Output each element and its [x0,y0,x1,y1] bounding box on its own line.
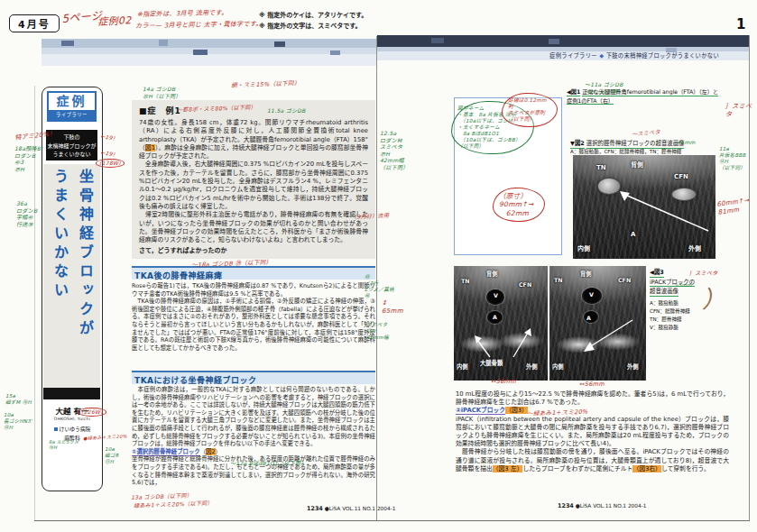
decorative-band-left [42,39,376,66]
figure1-caption-line: 症例1のFTA（右） [567,97,614,105]
figure1-caption-lead: ◀図1 [567,88,580,96]
affiliation-bullet-icon [54,427,58,431]
author-romanized: OHKOSHI, Yuichi [42,417,102,421]
proof-annotation: 〜5mm [675,139,696,146]
scanned-proof-spread: 4月号 ※ 指定外のケイは、アタリケイです。 ※ 指定外の文字は、スミベタです。… [0,0,757,532]
proof-annotation: （原寸） 90mm↑→ 62mm [493,188,545,222]
right-page-body: 10 mL程度の投与により15～22.5 %で腓骨神経麻痺を認めた。筆者ら5)は… [456,390,729,473]
running-head-series: 症例ライブラリー [549,52,597,59]
proof-annotation: ｝スミベタ [725,103,757,119]
proof-annotation: ↕ 65mm [382,299,403,316]
vertical-title-col: 坐骨神経ブロックが [72,169,97,385]
proof-annotation: 36a ロダンB 字幅㊺ 行送㊱ [16,200,37,227]
section-body: Roseらの報告1)では，TKA後の腓骨神経麻痺は0.87 %であり，Knuts… [132,282,375,352]
proof-annotation: ↔56mm [491,378,516,385]
sidebar-divider-bar [43,388,100,399]
proof-annotation: 5ページ [61,9,103,26]
band-chip [193,50,208,55]
body-paragraph: 本症例の麻酔法は，一般的なTKAに対する麻酔としては何ら問題のないものである。し… [132,386,375,448]
pointer-arrow [549,266,646,381]
proof-annotation: カラー— 3月号と同じ 太字・異体字です。 [135,21,263,31]
proof-annotation: 60mm↑→ 81mm [716,197,751,216]
proof-annotation: ※指定外は、3月号 流用です。 [137,9,227,18]
figure2-legend: A：膝窩動脈，CFN：総腓骨神経，TN：脛骨神経 [570,148,724,155]
proof-annotation: 8a ルビ5ツメ ⑲H [49,439,78,451]
body-paragraph: 脛骨神経から分岐した枝は膝窩動脈の傍を通り，膝後面へ至る。iPACKブロックでは… [456,448,729,473]
proof-annotation: ｝スミベタ [689,270,718,277]
page-footer-left: 1234 ●LiSA VOL.11 NO.1 2004-1 [307,505,395,512]
band-chip [549,39,559,44]
section-body: 本症例の麻酔法は，一般的なTKAに対する麻酔としては何ら問題のないものである。し… [132,386,375,487]
printed-note-line: ※ 指定外のケイは、アタリケイです。 [259,11,367,22]
proof-annotation: 10a 細ゴR ⑬H [105,446,119,465]
section-heading: TKAにおける坐骨神経ブロック [132,371,375,384]
author-affiliation: けいゆう病院 [42,425,102,433]
figure2-ultrasound-image: TN 背側 CFN A 内側 外側 [573,155,715,259]
proof-annotation: 11.5a ゴシDB [267,107,306,115]
proof-annotation: 症例02 [97,14,132,29]
body-paragraph: 10 mL程度の投与により15～22.5 %で腓骨神経麻痺を認めた。筆者ら5)は… [456,390,729,407]
proof-annotation: 18a顔隆B' ロダンB ㊺3 ㉙H [14,145,42,172]
proof-annotation: 15a 細ずM ⑱H [5,393,32,406]
proof-annotation: (178W) [96,159,125,168]
pointer-arrow [454,266,548,381]
title-panel: 坐骨神経ブロックが うまくいかない [43,164,100,388]
section-heading: TKA後の腓骨神経麻痺 [132,266,375,280]
series-title-line: 末梢神経ブロックが [46,142,97,151]
band-chip [61,41,74,46]
figure3-left-ultrasound-image: 背側 TN CFN V A 内側 大腿骨顆 外側 [454,266,548,381]
diamond-icon: ◆ [599,52,604,59]
pointer-arrow [573,155,715,259]
proof-annotation: 〜12a BぼdB1O1（以下同） [230,460,307,467]
proof-annotation: 11a 片仮名BBB ⑭H （以下同） [719,146,755,171]
case-paragraph: 全身麻酔導入後，右大腿神経周囲に0.375 %ロピバカイン20 mLを投与しスペ… [139,161,368,211]
series-logo-main: 症例 [49,93,95,110]
proof-annotation: 12.5a ロダンM スミベタ ㉙H 42mm幅 （以下同） [380,130,409,170]
proof-annotation: ㊸ ／3行 Eヅメ／異柄 ㊻ [365,274,394,299]
figure2-caption: ▼図2 選択的脛骨神経ブロックの超音波画像 [570,139,724,147]
proof-annotation: 網・スミ15%（以下同） [231,79,300,89]
body-paragraph: iPACK（infiltration between the popliteal… [456,416,729,449]
body-paragraph: Roseらの報告1)では，TKA後の腓骨神経麻痺は0.87 %であり，Knuts… [132,282,375,298]
proof-annotation: 10a 長ゴシHN3' ⑭H [4,412,32,431]
page-number: 1 [736,16,745,32]
proof-annotation: 緑あみ1＋スミ20%（以下同） [134,500,213,509]
printed-proof-notes: ※ 指定外のケイは、アタリケイです。 ※ 指定外の文字は、スミベタです。 [259,11,367,32]
issue-label: 4月号 [9,14,60,32]
series-logo-sub: ライブラリー [49,110,95,120]
case-question: さて，どうすればよかったのか [139,247,368,255]
series-logo: 症例 ライブラリー [47,91,97,122]
printed-note-line: ※ 指定外の文字は、スミベタです。 [259,22,367,32]
proof-annotation: 〜11a ゴシDB ⑭H（以下同） [585,81,623,95]
band-chip [330,50,340,55]
trim-line-bottom [34,520,750,521]
proof-annotation: 罫線は0.12mm判 スミベタが原則 （以下同） [502,93,558,127]
case-library-sidebar: 症例 ライブラリー 下肢の 末梢神経ブロックが うまくいかない 坐骨神経ブロック… [42,87,103,491]
series-title-line: うまくいかない [46,150,97,159]
case-paragraph: 74歳の女性。身長158 cm，体重72 kg。関節リウマチrheumatoid… [139,119,368,161]
running-head: 症例ライブラリー ◆ 下肢の末梢神経ブロックがうまくいかない [549,51,719,60]
figure3-caption-line: 超音波画像 [650,288,679,297]
figure3-right-ultrasound-image: 背側 TN CFN V A 内側 外側 [549,266,646,381]
case-paragraph: 帰室2時間後に整形外科主治医から電話があり，腓骨神経麻痺の有無を確認したいが，い… [139,211,368,244]
proof-annotation: ↔56mm [579,381,605,388]
article-vertical-title: 坐骨神経ブロックが うまくいかない [47,169,97,385]
running-head-title: 下肢の末梢神経ブロックがうまくいかない [606,52,719,59]
band-chip [159,40,168,46]
page-footer-right: 1234 ●LiSA VOL.11 NO.1 2004-1 [558,502,646,509]
proof-annotation: 14a ゴシDB ㉒H（以下同） [143,86,181,99]
proof-annotation: ） [702,285,725,315]
proof-annotation: (226W) [78,408,106,417]
proof-annotation: （3月分）流用 [351,212,389,221]
band-chip [274,41,285,47]
figure3-caption-lead: ◀図3 [650,269,664,278]
method-heading: ②iPACKブロック（図3） [456,407,729,415]
vertical-title-col: うまくいかない [47,169,72,385]
body-paragraph: TKA後の腓骨神経麻痺の原因は，①手術による損傷，②外反膝の矯正による神経の伸張… [132,298,375,352]
case-summary-box: ■症 例1 74歳の女性。身長158 cm，体重72 kg。関節リウマチrheu… [132,100,375,259]
proof-annotation: 〜スミベタ [632,128,660,137]
proof-annotation: 〜5mm [673,282,692,289]
proof-annotation: スミベタ ㉒H 42mm幅 [366,322,389,341]
proof-annotation: 13a ゴシDB（以下同） [131,492,192,501]
band-chip [431,38,444,43]
